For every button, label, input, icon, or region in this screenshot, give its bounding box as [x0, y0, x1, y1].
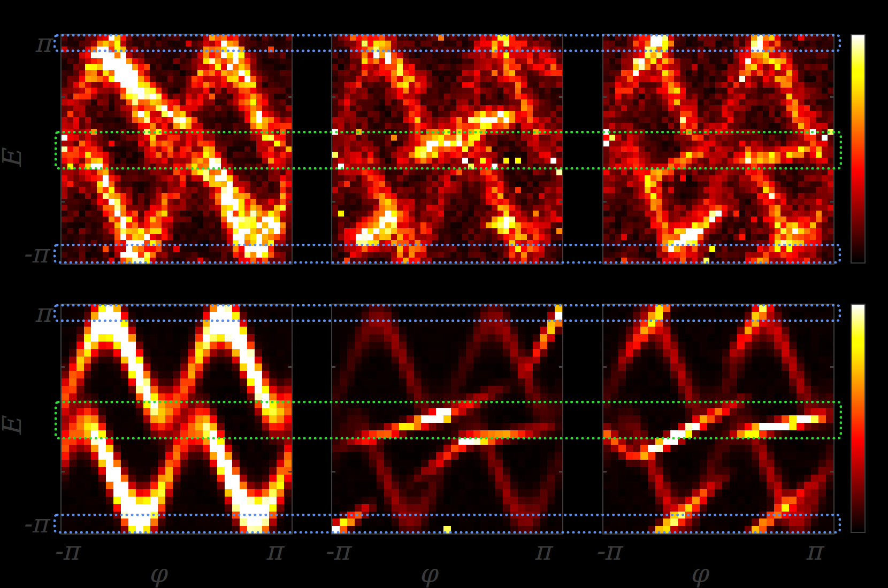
x-max-tick-panel1: π	[265, 538, 282, 563]
x-axis-label-panel3: φ	[690, 560, 708, 586]
x-min-tick-panel2: -π	[324, 538, 350, 563]
heatmap-panel-row1-col3	[603, 35, 833, 264]
spectral-function-figure: π E -π π E -π -π π φ -π π φ -π π φ	[0, 0, 888, 588]
x-max-tick-panel2: π	[534, 538, 551, 563]
x-min-tick-panel3: -π	[595, 538, 621, 563]
heatmap-panel-row1-col2	[332, 35, 562, 264]
y-min-tick-row1: -π	[22, 241, 48, 266]
x-min-tick-panel1: -π	[53, 538, 79, 563]
y-max-tick-row2: π	[34, 300, 51, 326]
heatmap-panel-row2-col2	[332, 305, 562, 533]
y-axis-label-row2: E	[0, 417, 25, 436]
colorbar-row1	[852, 35, 864, 262]
heatmap-panel-row1-col1	[62, 35, 292, 264]
heatmap-panel-row2-col3	[603, 305, 833, 533]
colorbar-row2	[852, 305, 864, 532]
heatmap-panel-row2-col1	[62, 305, 292, 533]
y-max-tick-row1: π	[34, 30, 51, 56]
y-min-tick-row2: -π	[22, 510, 48, 536]
x-axis-label-panel1: φ	[149, 560, 167, 586]
x-max-tick-panel3: π	[805, 538, 822, 563]
x-axis-label-panel2: φ	[419, 560, 438, 586]
y-axis-label-row1: E	[0, 150, 25, 168]
